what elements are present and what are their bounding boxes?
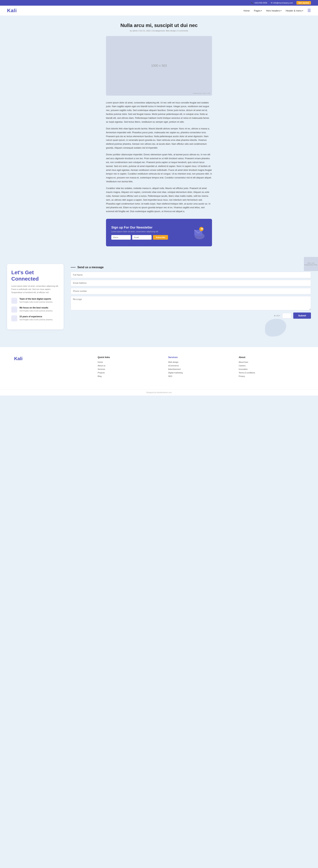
nav-links: Home Pages ▾ Hero headers ▾ Header & men…: [243, 8, 311, 13]
footer-logo-col: Kali: [14, 356, 92, 379]
footer-about-title: About: [239, 356, 304, 359]
chevron-down-icon: ▾: [302, 10, 303, 12]
image-dimensions-label: 1000 x 563: [151, 64, 167, 68]
post-paragraph-4: Curabitur vitae leo sodales, molestie ma…: [106, 187, 212, 214]
footer-link-innovation[interactable]: Innovation: [239, 368, 304, 370]
feature-text-2: We focus on the best results Sed fringil…: [20, 307, 53, 312]
newsletter-title: Sign up For Our Newsletter: [111, 226, 189, 229]
feature-title-3: 15 years of experience: [20, 315, 53, 318]
submit-button[interactable]: Submit: [293, 312, 311, 319]
feature-text-1: Team of the best digital experts Sed fri…: [20, 298, 53, 303]
nav-hero-headers[interactable]: Hero headers ▾: [266, 9, 282, 12]
footer-quick-links-title: Quick links: [98, 356, 163, 359]
feature-item-1: Team of the best digital experts Sed fri…: [11, 298, 59, 304]
site-logo[interactable]: Kali: [7, 8, 17, 13]
footer-services-col: Services Web design eCommerce Advertisem…: [168, 356, 233, 379]
contact-form-title: Send us a message: [71, 266, 311, 269]
post-paragraph-3: Donec porttitor ullamcorper imperdiet. D…: [106, 153, 212, 184]
post-paragraph-1: Lorem ipsum dolor sit amet, consectetur …: [106, 101, 212, 124]
left-panel: Let's Get Connected Lorem ipsum dolor si…: [7, 264, 64, 329]
feature-title-2: We focus on the best results: [20, 307, 53, 309]
newsletter-graphic: ✉: [189, 224, 207, 241]
footer-logo[interactable]: Kali: [14, 356, 92, 362]
email-icon: ✉: [271, 2, 272, 4]
footer-quick-links-col: Quick links Home About us Services Proje…: [98, 356, 163, 379]
footer-link-advertisement[interactable]: Advertisement: [168, 368, 233, 370]
feature-icon-1: [11, 298, 17, 304]
footer-link-terms[interactable]: Terms & conditions: [239, 372, 304, 374]
phone-number: +815.555.5555: [254, 2, 267, 4]
footer-services-title: Services: [168, 356, 233, 359]
chevron-down-icon: ▾: [281, 10, 282, 12]
image-watermark: Powered by HTML.COM: [193, 92, 210, 94]
captcha-input[interactable]: [282, 313, 291, 318]
copyright-text: Designed by blocktendriven.com: [146, 392, 172, 394]
sidebar-ad: 200 x 110Powered by HTML: [304, 257, 318, 271]
post-paragraph-2: Duis lobortis felis vitae ligula iaculis…: [106, 127, 212, 150]
blob-decoration: [265, 319, 286, 337]
nav-home[interactable]: Home: [243, 9, 250, 12]
footer-link-seo[interactable]: SEO: [168, 375, 233, 377]
phone-item: 📞 +815.555.5555: [251, 2, 267, 4]
phone-field[interactable]: [71, 288, 311, 294]
footer-link-webdesign[interactable]: Web design: [168, 361, 233, 363]
nav-header-menu[interactable]: Header & menu ▾: [286, 9, 303, 12]
post-meta: by admin | Oct 21, 2022 | Uncategorized,…: [106, 30, 212, 32]
feature-text-3: 15 years of experience Sed fringilla nul…: [20, 315, 53, 321]
feature-desc-3: Sed fringilla nulla id ante pulvinar pha…: [20, 318, 53, 321]
footer-link-about[interactable]: About us: [98, 365, 163, 367]
newsletter-left: Sign up For Our Newsletter Lorem ipsum d…: [111, 226, 189, 240]
chevron-down-icon: ▾: [261, 10, 262, 12]
svg-text:✉: ✉: [201, 227, 203, 230]
newsletter-name-input[interactable]: [111, 235, 131, 240]
newsletter-section: Sign up For Our Newsletter Lorem ipsum d…: [106, 219, 212, 246]
footer: Kali Quick links Home About us Services …: [0, 347, 318, 389]
newsletter-email-input[interactable]: [132, 235, 151, 240]
email-address: info@mycompany.com: [273, 2, 293, 4]
feature-item-3: 15 years of experience Sed fringilla nul…: [11, 315, 59, 321]
footer-link-about-kavi[interactable]: About Kavi: [239, 361, 304, 363]
footer-link-services[interactable]: Services: [98, 368, 163, 370]
phone-icon: 📞: [251, 2, 253, 4]
email-item: ✉ info@mycompany.com: [271, 2, 293, 4]
feature-item-2: We focus on the best results Sed fringil…: [11, 307, 59, 312]
panel-title: Let's Get Connected: [11, 269, 59, 282]
footer-link-ecommerce[interactable]: eCommerce: [168, 365, 233, 367]
newsletter-subtitle: Lorem ipsum dolor sit amet, consectetur …: [111, 230, 189, 232]
footer-about-col: About About Kavi Careers Innovation Term…: [239, 356, 304, 379]
footer-link-privacy[interactable]: Privacy: [239, 375, 304, 377]
feature-desc-2: Sed fringilla nulla id ante pulvinar pha…: [20, 310, 53, 312]
post-title: Nulla arcu mi, suscipit ut dui nec: [106, 23, 212, 28]
feature-desc-1: Sed fringilla nulla id ante pulvinar pha…: [20, 301, 53, 303]
footer-grid: Kali Quick links Home About us Services …: [14, 356, 304, 379]
full-name-field[interactable]: [71, 272, 311, 278]
footer-link-blog[interactable]: Blog: [98, 375, 163, 377]
feature-icon-3: [11, 315, 17, 321]
subscribe-button[interactable]: Subscribe: [153, 235, 168, 240]
footer-link-home[interactable]: Home: [98, 361, 163, 363]
newsletter-form: Subscribe: [111, 235, 189, 240]
get-started-button[interactable]: Get started: [296, 1, 311, 5]
feature-icon-2: [11, 307, 17, 312]
post-image: 1000 x 563 Powered by HTML.COM: [106, 36, 212, 96]
hamburger-icon[interactable]: ☰: [308, 8, 311, 13]
footer-link-careers[interactable]: Careers: [239, 365, 304, 367]
form-bottom-row: 4 + 5 = Submit: [71, 312, 311, 319]
footer-link-projects[interactable]: Projects: [98, 372, 163, 374]
panel-subtitle: Lorem ipsum dolor sit amet, consectetur …: [11, 284, 59, 294]
email-field[interactable]: [71, 280, 311, 286]
navbar: Kali Home Pages ▾ Hero headers ▾ Header …: [0, 6, 318, 16]
connected-section: 200 x 110Powered by HTML Let's Get Conne…: [0, 253, 318, 336]
nav-pages[interactable]: Pages ▾: [254, 9, 262, 12]
footer-bottom: Designed by blocktendriven.com: [0, 389, 318, 396]
footer-link-digital-marketing[interactable]: Digital marketing: [168, 372, 233, 374]
feature-title-1: Team of the best digital experts: [20, 298, 53, 300]
captcha-label: 4 + 5 =: [274, 315, 280, 317]
top-bar: 📞 +815.555.5555 ✉ info@mycompany.com Get…: [0, 0, 318, 6]
message-field[interactable]: [71, 296, 311, 310]
